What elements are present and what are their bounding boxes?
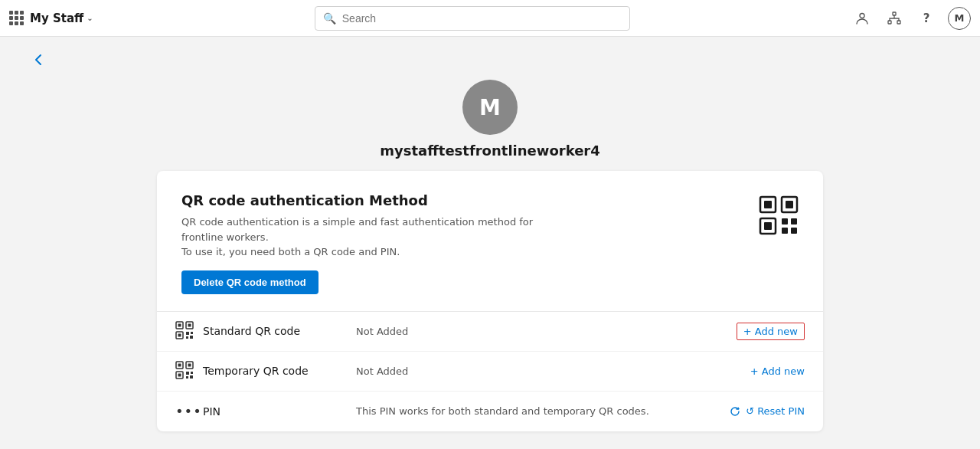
add-new-highlighted-link[interactable]: + Add new	[737, 323, 805, 340]
help-icon[interactable]: ?	[916, 8, 937, 29]
pin-icon: •••	[175, 403, 203, 419]
svg-rect-25	[178, 363, 181, 366]
profile-section: M mystafftestfrontlineworker4	[380, 80, 600, 159]
card-title: QR code authentication Method	[181, 192, 759, 208]
person-icon[interactable]	[851, 8, 873, 29]
temporary-qr-status: Not Added	[356, 365, 750, 377]
table-row: Temporary QR code Not Added + Add new	[157, 352, 823, 392]
standard-qr-icon	[175, 321, 203, 342]
search-bar: 🔍	[101, 6, 844, 31]
card-header: QR code authentication Method QR code au…	[157, 171, 823, 311]
auth-methods-table: Standard QR code Not Added + Add new	[157, 311, 823, 431]
svg-rect-32	[186, 376, 188, 379]
profile-avatar: M	[462, 80, 518, 135]
svg-rect-31	[191, 372, 193, 374]
temporary-qr-add-button[interactable]: + Add new	[750, 365, 805, 377]
svg-rect-19	[178, 333, 181, 336]
svg-rect-27	[188, 363, 191, 366]
svg-rect-10	[782, 218, 788, 224]
svg-rect-22	[186, 336, 188, 339]
back-button[interactable]	[31, 52, 46, 67]
search-input[interactable]	[342, 12, 622, 25]
svg-point-0	[860, 13, 864, 18]
org-icon[interactable]	[884, 8, 905, 29]
svg-rect-7	[786, 201, 793, 208]
svg-rect-20	[186, 332, 189, 335]
top-navigation: My Staff ⌄ 🔍 ? M	[0, 0, 980, 37]
temporary-qr-icon	[175, 361, 203, 382]
svg-rect-29	[178, 373, 181, 376]
main-content: M mystafftestfrontlineworker4 QR code au…	[0, 37, 980, 449]
svg-rect-17	[188, 323, 191, 326]
svg-rect-11	[791, 218, 797, 224]
card-header-text: QR code authentication Method QR code au…	[181, 192, 759, 294]
qr-auth-card: QR code authentication Method QR code au…	[157, 171, 823, 431]
search-icon: 🔍	[323, 12, 336, 25]
search-input-wrap: 🔍	[315, 6, 630, 31]
temporary-qr-label: Temporary QR code	[203, 365, 356, 377]
profile-name: mystafftestfrontlineworker4	[380, 143, 600, 159]
svg-rect-30	[186, 372, 189, 375]
delete-qr-button[interactable]: Delete QR code method	[181, 270, 318, 294]
nav-right: ? M	[851, 7, 971, 30]
standard-qr-status: Not Added	[356, 326, 737, 337]
qr-code-icon	[759, 195, 799, 244]
app-title[interactable]: My Staff ⌄	[30, 11, 93, 25]
svg-rect-15	[178, 323, 181, 326]
svg-rect-9	[764, 222, 772, 230]
svg-rect-12	[782, 228, 788, 234]
app-grid-icon[interactable]	[9, 11, 24, 25]
table-row: Standard QR code Not Added + Add new	[157, 312, 823, 352]
svg-rect-23	[190, 336, 193, 339]
pin-label: PIN	[203, 405, 356, 418]
app-title-chevron-icon: ⌄	[87, 14, 93, 22]
standard-qr-label: Standard QR code	[203, 325, 356, 337]
pin-status: This PIN works for both standard and tem…	[356, 405, 730, 417]
add-new-link[interactable]: + Add new	[750, 365, 805, 377]
reset-pin-button[interactable]: ↺ Reset PIN	[730, 405, 805, 417]
table-row: ••• PIN This PIN works for both standard…	[157, 392, 823, 431]
svg-rect-33	[190, 375, 193, 379]
standard-qr-add-button[interactable]: + Add new	[737, 323, 805, 340]
svg-rect-13	[791, 228, 797, 234]
nav-left: My Staff ⌄	[9, 11, 93, 25]
svg-rect-5	[764, 201, 772, 208]
card-description: QR code authentication is a simple and f…	[181, 215, 564, 260]
svg-rect-21	[191, 332, 193, 334]
user-avatar[interactable]: M	[948, 7, 971, 30]
